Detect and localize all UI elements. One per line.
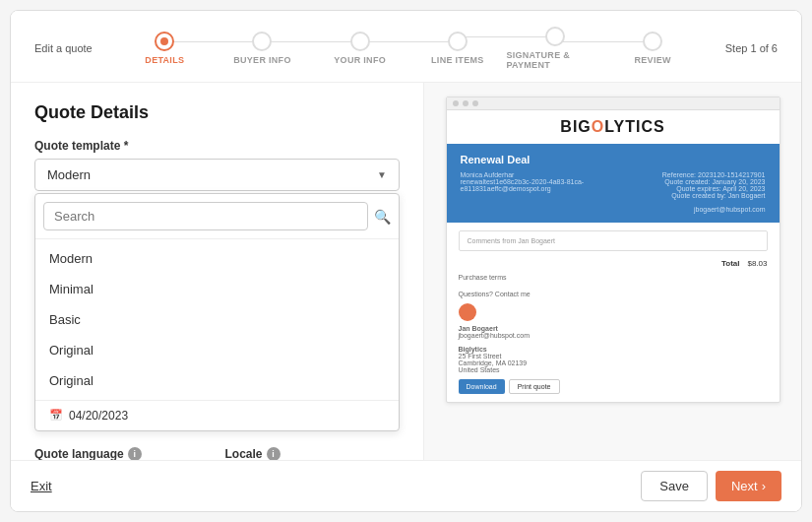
preview-reference: Reference: 2023120-1514217901 — [662, 171, 766, 178]
preview-quote-created: Quote created: January 20, 2023 — [662, 178, 766, 185]
preview-header: Renewal Deal Monica Aufderhar renewaltes… — [447, 144, 780, 223]
preview-total-row: Total $8.03 — [459, 259, 768, 268]
step-label-sig-payment: SIGNATURE & PAYMENT — [506, 50, 603, 70]
search-row: 🔍 — [35, 194, 399, 239]
footer: Exit Save Next › — [11, 460, 801, 511]
dropdown-options: Modern Minimal Basic Original Original — [35, 239, 399, 400]
locale-info-icon: i — [267, 447, 281, 460]
step-counter: Step 1 of 6 — [725, 42, 778, 54]
save-button[interactable]: Save — [641, 471, 708, 501]
option-basic[interactable]: Basic — [35, 304, 399, 335]
preview-total-value: $8.03 — [747, 259, 767, 268]
calendar-icon: 📅 — [49, 409, 63, 423]
section-title: Quote Details — [34, 102, 400, 123]
preview-company-country: United States — [459, 366, 500, 373]
template-select[interactable]: Modern ▼ — [34, 159, 400, 191]
preview-toolbar — [447, 98, 780, 110]
preview-total-label: Total — [721, 259, 740, 268]
preview-deal-name: Renewal Deal — [461, 154, 766, 165]
preview-contact-label: Questions? Contact me — [459, 291, 768, 297]
search-icon: 🔍 — [374, 209, 391, 225]
date-value: 04/20/2023 — [69, 409, 128, 423]
preview-contact-name: Jan Bogaert jbogaert@hubspot.com Biglyti… — [459, 325, 768, 373]
preview-meta-right: Reference: 2023120-1514217901 Quote crea… — [662, 171, 766, 213]
preview-quote-created-by: Quote created by: Jan Bogaert — [662, 192, 766, 199]
step-your-info[interactable]: YOUR INFO — [311, 32, 408, 65]
quote-preview: BIGOLYTICS Renewal Deal Monica Aufderhar… — [446, 97, 781, 403]
language-info-icon: i — [128, 447, 142, 460]
template-field-label: Quote template * — [34, 139, 400, 153]
step-signature-payment[interactable]: SIGNATURE & PAYMENT — [506, 27, 603, 70]
preview-print-button[interactable]: Print quote — [509, 379, 560, 394]
preview-buyer-email: jbogaert@hubspot.com — [662, 206, 766, 213]
step-circle-sig-payment — [545, 27, 565, 46]
language-group: Quote language i English — [34, 447, 210, 460]
step-circle-buyer-info — [252, 32, 272, 51]
progress-bar: Edit a quote DETAILS BUYER INFO YOUR INF… — [11, 11, 801, 83]
preview-contact-email: jbogaert@hubspot.com — [459, 332, 530, 339]
exit-button[interactable]: Exit — [31, 479, 52, 493]
option-minimal[interactable]: Minimal — [35, 274, 399, 304]
logo-o: O — [592, 118, 604, 135]
preview-company-address1: 25 First Street — [459, 353, 502, 359]
preview-company-name: Biglytics — [459, 346, 487, 353]
step-details[interactable]: DETAILS — [116, 32, 214, 65]
preview-meta-left: Monica Aufderhar renewaltest1e68c2b3c-20… — [461, 171, 653, 213]
language-label: Quote language i — [34, 447, 210, 460]
preview-buttons: Download Print quote — [459, 379, 768, 394]
step-circle-your-info — [350, 32, 370, 51]
step-label-your-info: YOUR INFO — [334, 55, 386, 65]
step-circle-line-items — [448, 32, 468, 51]
step-label-details: DETAILS — [145, 55, 184, 65]
locale-group: Locale i English - United States — [225, 447, 401, 460]
option-modern[interactable]: Modern — [35, 243, 399, 274]
step-circle-review — [643, 32, 662, 51]
toolbar-dot-2 — [463, 100, 468, 106]
date-row: 📅 04/20/2023 — [35, 400, 399, 430]
footer-right: Save Next › — [641, 471, 781, 501]
chevron-down-icon: ▼ — [377, 169, 387, 180]
step-label-buyer-info: BUYER INFO — [233, 55, 291, 65]
template-selected-value: Modern — [47, 167, 91, 182]
preview-address-1: Monica Aufderhar — [461, 171, 653, 178]
locale-label: Locale i — [225, 447, 401, 460]
steps-container: DETAILS BUYER INFO YOUR INFO LINE ITEMS … — [116, 27, 702, 70]
search-input[interactable] — [43, 202, 368, 230]
preview-address-3: e811831aeffc@demospot.org — [461, 185, 653, 192]
preview-purchase-terms: Purchase terms — [459, 274, 768, 281]
option-original-1[interactable]: Original — [35, 335, 399, 365]
step-label-line-items: LINE ITEMS — [431, 55, 484, 65]
step-review[interactable]: REVIEW — [604, 32, 702, 65]
step-label-review: REVIEW — [635, 55, 671, 65]
edit-quote-label: Edit a quote — [34, 42, 93, 54]
content-area: Quote Details Quote template * Modern ▼ … — [11, 83, 801, 460]
preview-body: Comments from Jan Bogaert Total $8.03 Pu… — [447, 223, 780, 402]
template-dropdown: 🔍 Modern Minimal Basic Original Original… — [34, 193, 400, 431]
left-panel: Quote Details Quote template * Modern ▼ … — [11, 83, 424, 460]
preview-address-2: renewaltest1e68c2b3c-2020-4a83-81ca- — [461, 178, 653, 185]
toolbar-dot-3 — [472, 100, 478, 106]
step-circle-details — [155, 32, 174, 51]
preview-company-address2: Cambridge, MA 02139 — [459, 359, 528, 366]
preview-logo: BIGOLYTICS — [447, 110, 780, 144]
main-container: Edit a quote DETAILS BUYER INFO YOUR INF… — [10, 10, 802, 512]
preview-download-button[interactable]: Download — [459, 379, 505, 394]
right-panel: BIGOLYTICS Renewal Deal Monica Aufderhar… — [424, 83, 801, 460]
language-locale-row: Quote language i English Locale i Englis… — [34, 447, 400, 460]
preview-comments-box: Comments from Jan Bogaert — [459, 230, 768, 251]
step-buyer-info[interactable]: BUYER INFO — [214, 32, 311, 65]
chevron-right-icon: › — [762, 479, 766, 493]
preview-meta: Monica Aufderhar renewaltest1e68c2b3c-20… — [461, 171, 766, 213]
preview-quote-expires: Quote expires: April 20, 2023 — [662, 185, 766, 192]
toolbar-dot-1 — [453, 100, 459, 106]
preview-avatar — [459, 303, 476, 321]
next-button[interactable]: Next › — [716, 471, 781, 501]
option-original-2[interactable]: Original — [35, 365, 399, 396]
